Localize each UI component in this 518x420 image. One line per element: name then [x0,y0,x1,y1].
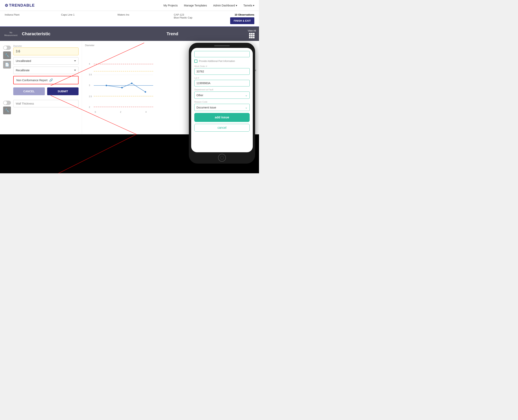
provide-info-label: Provide Additional Part Information [199,60,235,62]
gear-icon: ⚙ [5,3,8,8]
top-nav: ⚙ TRENDABLE My Projects Manage Templates… [0,0,259,11]
svg-text:0: 0 [95,111,96,113]
phone-screen: Provide Additional Part Information Work… [191,48,253,152]
lot-label: Lot # [194,77,250,79]
breadcrumb-customer: Waters Inc [117,13,174,16]
svg-text:2: 2 [120,111,121,113]
phone-overlay: Provide Additional Part Information Work… [189,43,255,164]
chevron-down-icon: ▾ [253,4,254,7]
add-issue-button[interactable]: add issue [194,113,250,122]
wall-thickness-input[interactable] [13,100,78,107]
svg-text:3.5: 3.5 [89,73,92,76]
ncr-box[interactable]: Non Conformance Report 🔗 [13,76,78,84]
grid-icon [249,33,255,38]
provide-info-row: Provide Additional Part Information [194,60,250,63]
logo-text: TRENDABLE [9,3,35,8]
view-all-button[interactable]: View All [248,30,256,38]
characteristic-header: Characteristic [22,31,97,37]
diameter-input-group: Diameter Uncalibrated Calibrated Recalib… [13,45,78,95]
provide-info-checkbox[interactable] [194,60,197,63]
svg-point-21 [145,91,146,93]
no-measurement-label: NoMeasurement [3,31,19,37]
svg-text:2.5: 2.5 [89,95,92,98]
nav-manage-templates[interactable]: Manage Templates [184,4,207,7]
submit-button[interactable]: SUBMIT [47,87,79,95]
chevron-down-icon: ⌄ [245,105,247,109]
svg-point-20 [131,82,132,84]
breadcrumb-part: CAP-123 Blue Plastic Cap [174,13,230,19]
finish-exit-button[interactable]: FINISH & EXIT [230,17,254,24]
chevron-down-icon: ▾ [236,4,237,7]
breadcrumb-line: Caps Line 1 [61,13,117,16]
toggle-1[interactable] [3,45,11,50]
view-all-label: View All [248,30,256,32]
svg-text:4: 4 [145,111,147,113]
diameter-label: Diameter [13,45,78,47]
reason-value: Document Issue [196,106,216,109]
nav-admin-dashboard[interactable]: Admin Dashboard ▾ [213,4,237,7]
home-button[interactable] [218,154,226,162]
breadcrumb: Indiana Plant Caps Line 1 Waters Inc CAP… [0,11,259,27]
breadcrumb-plant: Indiana Plant [5,13,61,16]
toggle-2[interactable] [3,101,11,105]
dept-label: Department at Fault [194,88,250,91]
phone-cancel-button[interactable]: cancel [194,124,250,132]
header-row: NoMeasurement Characteristic Trend View … [0,27,259,41]
logo: ⚙ TRENDABLE [5,3,35,8]
action-buttons: CANCEL SUBMIT [13,87,78,95]
lot-input[interactable] [194,80,250,86]
trend-chart: 2 2.5 3 3.5 4 0 2 4 [85,47,159,118]
svg-text:2: 2 [89,106,90,108]
reason-select[interactable]: Document Issue ⌄ [194,104,250,111]
nav-user-menu[interactable]: Tamela ▾ [243,4,254,7]
svg-line-24 [58,134,136,173]
diameter-input[interactable] [13,47,78,55]
recalibrate-select[interactable]: Recalibrate Option 2 [13,67,78,74]
wrench-button-1[interactable]: 🔧 [3,51,11,59]
measurement-row-2: 🔧 [3,100,78,114]
svg-text:3: 3 [89,84,90,86]
measurement-row-1: 🔧 📄 Diameter Uncalibrated Calibrated [3,45,78,95]
chevron-down-icon: ⌄ [245,93,247,97]
work-order-label: Work Order # [194,65,250,67]
reason-label: Reason Code [194,101,250,103]
svg-point-18 [106,85,107,86]
toggle-group-1: 🔧 📄 [3,45,11,68]
ncr-label: Non Conformance Report [16,79,47,82]
finish-section: 10 Observations FINISH & EXIT [230,13,254,24]
wrench-button-2[interactable]: 🔧 [3,106,11,114]
work-order-input[interactable] [194,68,250,75]
doc-button-1[interactable]: 📄 [3,61,11,68]
phone-notch [214,45,230,46]
nav-links: My Projects Manage Templates Admin Dashb… [163,4,254,7]
observations-count: 10 Observations [235,13,254,16]
dept-value: Other [196,94,203,97]
link-icon: 🔗 [49,78,53,82]
svg-text:4: 4 [89,63,90,65]
cancel-button[interactable]: CANCEL [13,87,45,95]
calibration-select[interactable]: Uncalibrated Calibrated [13,57,78,65]
toggle-group-2: 🔧 [3,101,11,114]
nav-my-projects[interactable]: My Projects [163,4,178,7]
left-panel: 🔧 📄 Diameter Uncalibrated Calibrated [0,41,82,134]
dept-select[interactable]: Other ⌄ [194,91,250,99]
svg-point-19 [121,87,123,88]
phone-frame: Provide Additional Part Information Work… [189,43,255,164]
trend-header: Trend [97,31,248,37]
